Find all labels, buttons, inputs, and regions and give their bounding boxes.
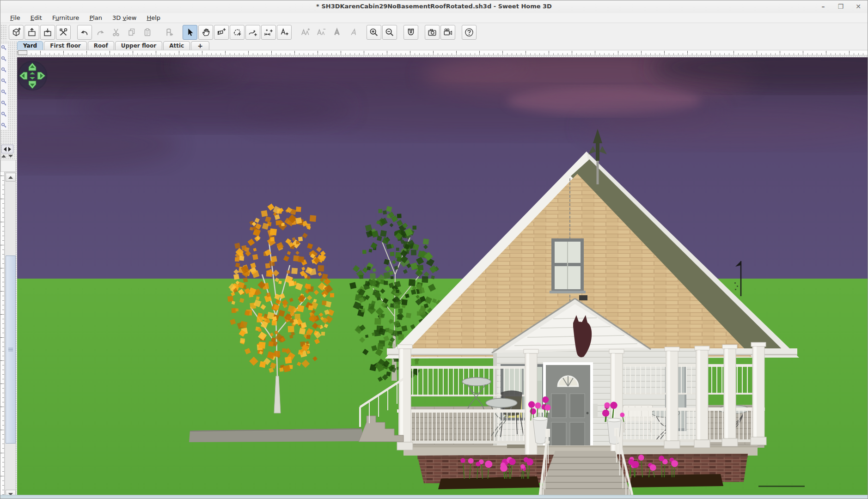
toolbar <box>0 23 868 42</box>
menu-plan[interactable]: Plan <box>84 13 107 22</box>
zoom-out-button[interactable] <box>382 25 397 40</box>
increase-text-size-button[interactable] <box>298 25 313 40</box>
path-shadow <box>758 486 805 487</box>
collapse-left-icon[interactable] <box>4 147 6 152</box>
add-text-button[interactable] <box>277 25 292 40</box>
open-home-button[interactable] <box>24 25 39 40</box>
zoom-out-icon <box>385 27 395 37</box>
tab-upper-floor[interactable]: Upper floor <box>115 41 162 50</box>
cut-button[interactable] <box>109 25 123 40</box>
create-photo-icon <box>427 27 437 37</box>
add-level-tab[interactable]: + <box>191 41 209 50</box>
tab-roof[interactable]: Roof <box>88 41 114 50</box>
key-icon[interactable] <box>1 111 7 117</box>
bold-button[interactable] <box>330 25 344 40</box>
furniture-catalog-strip <box>1 44 7 129</box>
minimize-icon[interactable]: – <box>818 1 829 12</box>
save-home-button[interactable] <box>40 25 55 40</box>
key-icon[interactable] <box>1 89 7 95</box>
copy-icon <box>127 27 137 37</box>
menu-file[interactable]: File <box>5 13 25 22</box>
soil-bed-right <box>629 474 723 487</box>
window-controls: – ❐ ✕ <box>818 1 864 12</box>
toolbar-group <box>298 25 360 40</box>
key-icon[interactable] <box>1 122 7 128</box>
splitter-collapse-buttons <box>1 145 13 153</box>
toolbar-group <box>183 25 292 40</box>
create-photo-button[interactable] <box>425 25 440 40</box>
undo-button[interactable] <box>77 25 92 40</box>
key-icon[interactable] <box>1 78 7 84</box>
menu-help[interactable]: Help <box>141 13 165 22</box>
scrollbar-thumb[interactable] <box>6 256 16 444</box>
create-walls-icon <box>216 27 226 37</box>
tab-yard[interactable]: Yard <box>17 41 43 50</box>
help-icon <box>464 27 474 37</box>
sweet-home-3d-window: * SH3DKarenCabin29NoBasementRoofRotated.… <box>0 0 868 499</box>
magnet-icon <box>406 27 416 37</box>
3d-view[interactable] <box>17 57 868 495</box>
close-icon[interactable]: ✕ <box>853 1 864 12</box>
collapsed-plan-panel <box>0 160 16 172</box>
preferences-button[interactable] <box>56 25 71 40</box>
pan-button[interactable] <box>198 25 213 40</box>
paste-button[interactable] <box>140 25 155 40</box>
create-rooms-button[interactable] <box>230 25 245 40</box>
create-polylines-button[interactable] <box>245 25 260 40</box>
key-icon[interactable] <box>1 100 7 106</box>
new-home-button[interactable] <box>9 25 24 40</box>
toolbar-group <box>9 25 71 40</box>
left-splitter-strip[interactable] <box>0 41 17 499</box>
level-tab-bar: YardFirst floorRoofUpper floorAttic+ <box>0 41 868 50</box>
increase-text-size-icon <box>300 27 311 37</box>
ruler-corner-box <box>18 50 27 55</box>
vertical-ruler <box>0 172 5 499</box>
copy-button[interactable] <box>124 25 139 40</box>
window-title: * SH3DKarenCabin29NoBasementRoofRotated.… <box>0 3 868 10</box>
add-furniture-button[interactable] <box>161 25 176 40</box>
gable-window[interactable] <box>550 238 586 293</box>
navigation-compass-icon[interactable] <box>18 61 47 90</box>
key-icon[interactable] <box>1 67 7 73</box>
cut-icon <box>111 27 121 37</box>
toolbar-grip[interactable] <box>0 24 7 40</box>
redo-button[interactable] <box>93 25 108 40</box>
scroll-up-icon[interactable] <box>6 173 16 182</box>
key-icon[interactable] <box>1 56 7 62</box>
tab-first-floor[interactable]: First floor <box>44 41 87 50</box>
help-button[interactable] <box>462 25 477 40</box>
decrease-text-size-button[interactable] <box>314 25 329 40</box>
toolbar-group <box>77 25 155 40</box>
new-home-icon <box>11 27 21 37</box>
create-walls-button[interactable] <box>214 25 229 40</box>
key-icon[interactable] <box>1 45 7 51</box>
create-polylines-icon <box>248 27 258 37</box>
create-dimensions-button[interactable] <box>261 25 276 40</box>
zoom-in-icon <box>369 27 379 37</box>
save-home-icon <box>43 27 53 37</box>
create-video-button[interactable] <box>440 25 455 40</box>
collapse-down-icon[interactable] <box>8 155 13 158</box>
menu-bar: FileEditFurniturePlan3D viewHelp <box>0 13 868 23</box>
toolbar-group <box>462 25 477 40</box>
menu-3d-view[interactable]: 3D view <box>107 13 141 22</box>
maximize-icon[interactable]: ❐ <box>835 1 846 12</box>
zoom-in-button[interactable] <box>367 25 381 40</box>
toolbar-group <box>161 25 176 40</box>
create-dimensions-icon <box>263 27 274 37</box>
collapse-up-icon[interactable] <box>1 155 6 158</box>
paste-icon <box>142 27 153 37</box>
menu-furniture[interactable]: Furniture <box>47 13 84 22</box>
select-button[interactable] <box>183 25 197 40</box>
italic-button[interactable] <box>345 25 360 40</box>
magnet-button[interactable] <box>403 25 418 40</box>
tab-attic[interactable]: Attic <box>163 41 190 50</box>
add-text-icon <box>279 27 289 37</box>
bold-icon <box>332 27 342 37</box>
menu-edit[interactable]: Edit <box>25 13 47 22</box>
collapse-right-icon[interactable] <box>8 147 11 152</box>
vertical-scrollbar[interactable] <box>5 172 16 499</box>
horizontal-ruler <box>17 50 868 55</box>
decrease-text-size-icon <box>316 27 326 37</box>
toolbar-group <box>367 25 397 40</box>
